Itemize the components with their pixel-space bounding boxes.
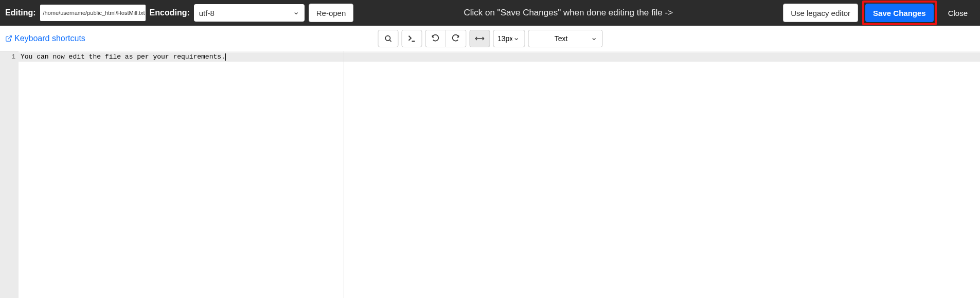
editing-label: Editing:	[5, 8, 36, 17]
reopen-button[interactable]: Re-open	[309, 4, 354, 22]
save-changes-button[interactable]: Save Changes	[865, 4, 934, 22]
keyboard-shortcuts-label: Keyboard shortcuts	[14, 34, 85, 43]
print-margin-line	[344, 51, 344, 298]
save-button-highlight: Save Changes	[862, 1, 937, 25]
external-link-icon	[5, 35, 12, 42]
font-size-select[interactable]: 13px	[493, 30, 525, 47]
wrap-icon	[475, 35, 484, 42]
terminal-icon	[407, 35, 416, 42]
undo-icon	[431, 34, 439, 43]
file-path-display: /home/username/public_html/HostMill.txt	[40, 5, 146, 21]
search-button[interactable]	[378, 30, 398, 47]
redo-button[interactable]	[446, 30, 466, 47]
undo-button[interactable]	[425, 30, 446, 47]
line-number: 1	[0, 52, 15, 62]
use-legacy-editor-button[interactable]: Use legacy editor	[783, 4, 858, 22]
save-hint-text: Click on "Save Changes" when done editin…	[358, 8, 779, 18]
editor-toolbar: Keyboard shortcuts 13px Text	[0, 26, 980, 51]
svg-line-0	[8, 35, 11, 39]
top-bar: Editing: /home/username/public_html/Host…	[0, 0, 980, 26]
line-number-gutter: 1	[0, 51, 19, 298]
code-content[interactable]: You can now edit the file as per your re…	[19, 51, 980, 298]
encoding-label: Encoding:	[150, 8, 190, 17]
close-button[interactable]: Close	[941, 4, 975, 22]
text-cursor	[225, 53, 226, 61]
svg-line-2	[389, 40, 391, 42]
redo-icon	[452, 34, 460, 43]
editor-area[interactable]: 1 You can now edit the file as per your …	[0, 51, 980, 298]
svg-point-1	[385, 35, 390, 40]
keyboard-shortcuts-link[interactable]: Keyboard shortcuts	[5, 34, 85, 43]
syntax-mode-select[interactable]: Text	[528, 30, 602, 47]
encoding-select[interactable]: utf-8	[194, 4, 305, 22]
code-line[interactable]: You can now edit the file as per your re…	[21, 53, 225, 61]
terminal-button[interactable]	[401, 30, 422, 47]
search-icon	[384, 34, 392, 43]
wrap-toggle-button[interactable]	[469, 30, 490, 47]
